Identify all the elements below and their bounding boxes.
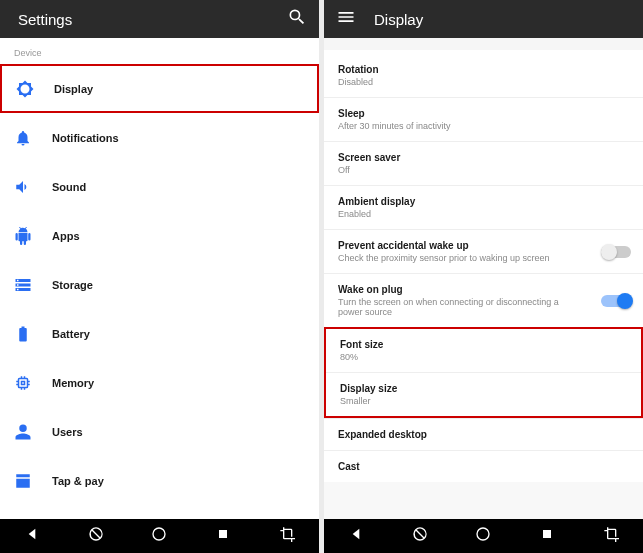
- option-title: Wake on plug: [338, 284, 629, 295]
- item-label: Display: [54, 83, 93, 95]
- option-title: Screen saver: [338, 152, 629, 163]
- search-icon[interactable]: [287, 7, 307, 31]
- option-title: Ambient display: [338, 196, 629, 207]
- option-sub: Disabled: [338, 77, 629, 87]
- storage-icon: [14, 276, 46, 294]
- sidebar-item-apps[interactable]: Apps: [0, 211, 319, 260]
- option-sub: Check the proximity sensor prior to waki…: [338, 253, 558, 263]
- toggle-off[interactable]: [601, 246, 631, 258]
- option-screen-saver[interactable]: Screen saver Off: [324, 141, 643, 185]
- tap-icon: [14, 472, 46, 490]
- option-title: Prevent accidental wake up: [338, 240, 629, 251]
- option-sub: Enabled: [338, 209, 629, 219]
- option-sub: Smaller: [340, 396, 627, 406]
- item-label: Users: [52, 426, 83, 438]
- option-sub: Turn the screen on when connecting or di…: [338, 297, 568, 317]
- page-title: Display: [374, 11, 423, 28]
- option-prevent-accidental-wake[interactable]: Prevent accidental wake up Check the pro…: [324, 229, 643, 273]
- screenshot-icon[interactable]: [597, 520, 625, 552]
- block-icon[interactable]: [406, 520, 434, 552]
- appbar-settings: Settings: [0, 0, 319, 38]
- item-label: Sound: [52, 181, 86, 193]
- volume-icon: [14, 178, 46, 196]
- bell-icon: [14, 129, 46, 147]
- item-label: Apps: [52, 230, 80, 242]
- android-icon: [14, 227, 46, 245]
- item-label: Tap & pay: [52, 475, 104, 487]
- back-icon[interactable]: [18, 520, 46, 552]
- sidebar-item-battery[interactable]: Battery: [0, 309, 319, 358]
- item-label: Storage: [52, 279, 93, 291]
- item-label: Notifications: [52, 132, 119, 144]
- option-sub: After 30 minutes of inactivity: [338, 121, 629, 131]
- sidebar-item-sound[interactable]: Sound: [0, 162, 319, 211]
- option-font-size[interactable]: Font size 80%: [326, 329, 641, 372]
- navigation-bar: [0, 519, 319, 553]
- option-sub: Off: [338, 165, 629, 175]
- item-label: Memory: [52, 377, 94, 389]
- recents-icon[interactable]: [209, 520, 237, 552]
- screenshot-icon[interactable]: [273, 520, 301, 552]
- memory-icon: [14, 374, 46, 392]
- option-sleep[interactable]: Sleep After 30 minutes of inactivity: [324, 97, 643, 141]
- settings-list: Display Notifications Sound Apps Storage: [0, 64, 319, 505]
- settings-screen: Settings Device Display Notifications So…: [0, 0, 319, 553]
- option-cast[interactable]: Cast: [324, 450, 643, 482]
- option-wake-on-plug[interactable]: Wake on plug Turn the screen on when con…: [324, 273, 643, 327]
- option-ambient-display[interactable]: Ambient display Enabled: [324, 185, 643, 229]
- home-icon[interactable]: [145, 520, 173, 552]
- brightness-icon: [16, 80, 48, 98]
- section-label: Device: [0, 38, 319, 64]
- option-title: Sleep: [338, 108, 629, 119]
- item-label: Battery: [52, 328, 90, 340]
- sidebar-item-notifications[interactable]: Notifications: [0, 113, 319, 162]
- battery-icon: [14, 325, 46, 343]
- menu-icon[interactable]: [336, 7, 356, 31]
- option-title: Display size: [340, 383, 627, 394]
- option-display-size[interactable]: Display size Smaller: [326, 372, 641, 416]
- sidebar-item-storage[interactable]: Storage: [0, 260, 319, 309]
- appbar-display: Display: [324, 0, 643, 38]
- option-rotation[interactable]: Rotation Disabled: [324, 54, 643, 97]
- size-options-highlight: Font size 80% Display size Smaller: [324, 327, 643, 418]
- option-title: Cast: [338, 461, 629, 472]
- sidebar-item-display[interactable]: Display: [0, 64, 319, 113]
- sidebar-item-users[interactable]: Users: [0, 407, 319, 456]
- display-settings-screen: Display Rotation Disabled Sleep After 30…: [324, 0, 643, 553]
- user-icon: [14, 423, 46, 441]
- option-title: Font size: [340, 339, 627, 350]
- option-title: Rotation: [338, 64, 629, 75]
- option-expanded-desktop[interactable]: Expanded desktop: [324, 418, 643, 450]
- home-icon[interactable]: [469, 520, 497, 552]
- back-icon[interactable]: [342, 520, 370, 552]
- recents-icon[interactable]: [533, 520, 561, 552]
- option-title: Expanded desktop: [338, 429, 629, 440]
- toggle-on[interactable]: [601, 295, 631, 307]
- sidebar-item-memory[interactable]: Memory: [0, 358, 319, 407]
- option-sub: 80%: [340, 352, 627, 362]
- page-title: Settings: [18, 11, 72, 28]
- block-icon[interactable]: [82, 520, 110, 552]
- navigation-bar: [324, 519, 643, 553]
- display-options-list: Rotation Disabled Sleep After 30 minutes…: [324, 50, 643, 482]
- sidebar-item-tap-and-pay[interactable]: Tap & pay: [0, 456, 319, 505]
